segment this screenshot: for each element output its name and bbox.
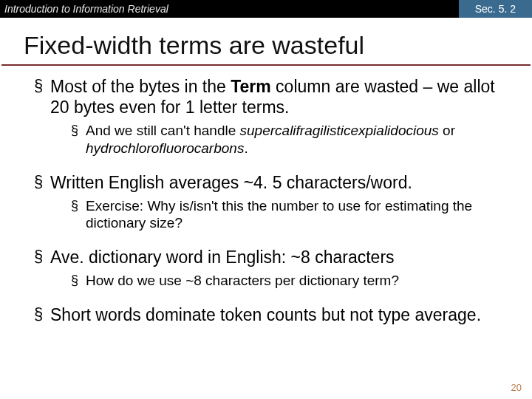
text: How do we use ~8 characters per dictiona… xyxy=(86,273,399,288)
text: Written English averages ~4. 5 character… xyxy=(50,173,412,192)
text: Short words dominate token counts but no… xyxy=(50,305,481,324)
sub-bullet-list: And we still can't handle supercalifragi… xyxy=(50,117,498,163)
text-italic: hydrochlorofluorocarbons xyxy=(86,140,244,156)
bullet-item: Short words dominate token counts but no… xyxy=(34,304,498,325)
header-section-ref: Sec. 5. 2 xyxy=(459,0,532,18)
text: . xyxy=(244,140,248,156)
text: And we still can't handle xyxy=(86,123,240,138)
slide-title: Fixed-width terms are wasteful xyxy=(1,18,531,66)
text: Most of the bytes in the xyxy=(50,77,231,96)
text: Exercise: Why is/isn't this the number t… xyxy=(86,198,472,231)
sub-bullet-item: Exercise: Why is/isn't this the number t… xyxy=(71,197,498,233)
text-italic: supercalifragilisticexpialidocious xyxy=(240,123,439,138)
header-bar: Introduction to Information Retrieval Se… xyxy=(0,0,532,18)
bullet-item: Written English averages ~4. 5 character… xyxy=(34,172,498,239)
bullet-list: Most of the bytes in the Term column are… xyxy=(0,76,532,325)
sub-bullet-item: How do we use ~8 characters per dictiona… xyxy=(71,272,498,290)
header-left: Introduction to Information Retrieval xyxy=(0,3,168,15)
bullet-item: Most of the bytes in the Term column are… xyxy=(34,76,498,163)
sub-bullet-item: And we still can't handle supercalifragi… xyxy=(71,122,498,157)
sub-bullet-list: Exercise: Why is/isn't this the number t… xyxy=(50,193,498,239)
sub-bullet-list: How do we use ~8 characters per dictiona… xyxy=(50,267,498,296)
text: Ave. dictionary word in English: ~8 char… xyxy=(50,248,395,267)
text: or xyxy=(439,123,455,138)
bullet-item: Ave. dictionary word in English: ~8 char… xyxy=(34,247,498,296)
text-bold: Term xyxy=(231,77,271,96)
page-number: 20 xyxy=(511,382,522,393)
